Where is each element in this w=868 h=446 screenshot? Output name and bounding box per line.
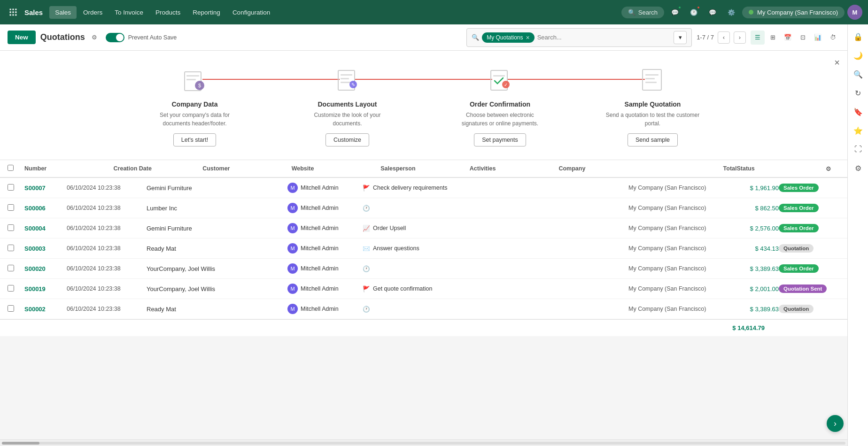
top-navigation: Sales Sales Orders To Invoice Products R…	[0, 0, 868, 24]
col-header-activities[interactable]: Activities	[470, 165, 559, 172]
settings-button[interactable]: ⚙️	[723, 4, 739, 20]
graph-view-button[interactable]: 📊	[811, 31, 825, 45]
table-row[interactable]: S00006 06/10/2024 10:23:38 Lumber Inc M …	[0, 198, 847, 218]
svg-text:✓: ✓	[504, 82, 508, 87]
refresh-button[interactable]: ↻	[850, 85, 867, 101]
status-badge-5: Quotation Sent	[779, 285, 827, 293]
step-3-button[interactable]: Set payments	[474, 133, 526, 146]
col-header-date[interactable]: Creation Date	[114, 165, 203, 172]
col-header-settings[interactable]: ⚙	[826, 165, 840, 172]
svg-rect-2	[186, 79, 196, 80]
row-checkbox-2[interactable]	[8, 224, 14, 231]
table-row[interactable]: S00007 06/10/2024 10:23:38 Gemini Furnit…	[0, 178, 847, 198]
expand-button[interactable]: ⛶	[850, 141, 867, 158]
row-checkbox-1[interactable]	[8, 204, 14, 211]
row-salesperson-0: M Mitchell Admin	[287, 183, 363, 193]
row-checkbox-0[interactable]	[8, 184, 14, 191]
activity-view-button[interactable]: ⏱	[826, 31, 840, 45]
activity-icon-5: 🚩	[363, 285, 370, 292]
clock-button[interactable]: 🕐	[686, 4, 702, 20]
toggle-switch[interactable]	[106, 33, 124, 42]
chat-button[interactable]: 💬	[667, 4, 683, 20]
row-checkbox-5[interactable]	[8, 285, 14, 292]
page-settings-icon[interactable]: ⚙	[92, 34, 97, 41]
toggle-knob	[116, 34, 124, 41]
onboarding-close-button[interactable]: ×	[834, 57, 840, 68]
svg-rect-12	[493, 75, 505, 77]
step-4-title: Sample Quotation	[625, 100, 681, 108]
row-checkbox-3[interactable]	[8, 245, 14, 251]
auto-save-toggle[interactable]: Prevent Auto Save	[106, 33, 177, 42]
table-row[interactable]: S00004 06/10/2024 10:23:38 Gemini Furnit…	[0, 218, 847, 238]
col-header-total[interactable]: Total	[648, 165, 737, 172]
row-customer-5: YourCompany, Joel Willis	[147, 285, 240, 292]
menu-item-reporting[interactable]: Reporting	[187, 6, 226, 19]
onboarding-step-documents-layout: ✎ Documents Layout Customize the look of…	[271, 62, 424, 146]
select-all-checkbox[interactable]	[8, 165, 14, 171]
filter-tag-remove[interactable]: ×	[526, 34, 530, 41]
step-1-button[interactable]: Let's start!	[173, 133, 216, 146]
row-activities-6: 🕐	[363, 306, 628, 313]
row-checkbox-4[interactable]	[8, 265, 14, 271]
config-button[interactable]: ⚙	[850, 160, 867, 177]
menu-item-to-invoice[interactable]: To Invoice	[109, 6, 149, 19]
table-row[interactable]: S00003 06/10/2024 10:23:38 Ready Mat M M…	[0, 238, 847, 259]
activity-icon-6: 🕐	[363, 306, 370, 313]
toggle-label: Prevent Auto Save	[128, 34, 177, 41]
lock-button[interactable]: 🔒	[850, 28, 867, 45]
documents-layout-icon: ✎	[331, 62, 364, 96]
activity-icon-4: 🕐	[363, 265, 370, 272]
menu-item-orders[interactable]: Orders	[78, 6, 108, 19]
message-button[interactable]: 💬	[705, 4, 721, 20]
new-button[interactable]: New	[8, 31, 36, 44]
col-header-company[interactable]: Company	[558, 165, 648, 172]
status-badge-0: Sales Order	[779, 184, 819, 192]
row-number-6: S00002	[24, 306, 67, 313]
pager-next-button[interactable]: ›	[734, 31, 746, 44]
favorite-button[interactable]: ⭐	[850, 122, 867, 139]
svg-rect-7	[341, 78, 349, 79]
app-name: Sales	[24, 8, 43, 16]
step-3-desc: Choose between electronic signatures or …	[453, 111, 547, 128]
menu-item-products[interactable]: Products	[150, 6, 186, 19]
row-checkbox-6[interactable]	[8, 305, 14, 312]
filter-tag-my-quotations[interactable]: My Quotations ×	[482, 32, 535, 43]
dark-mode-button[interactable]: 🌙	[850, 47, 867, 64]
bookmark-button[interactable]: 🔖	[850, 103, 867, 120]
row-status-4: Sales Order	[779, 264, 840, 273]
status-badge-1: Sales Order	[779, 204, 819, 212]
col-header-customer[interactable]: Customer	[202, 165, 292, 172]
calendar-view-button[interactable]: 📅	[781, 31, 795, 45]
menu-item-configuration[interactable]: Configuration	[227, 6, 276, 19]
table-row[interactable]: S00019 06/10/2024 10:23:38 YourCompany, …	[0, 279, 847, 299]
apps-grid-icon[interactable]	[6, 5, 21, 20]
col-header-status[interactable]: Status	[737, 165, 826, 172]
pager-prev-button[interactable]: ‹	[718, 31, 730, 44]
row-company-0: My Company (San Francisco)	[628, 185, 727, 191]
company-selector[interactable]: My Company (San Francisco)	[742, 7, 845, 18]
col-header-salesperson[interactable]: Salesperson	[380, 165, 470, 172]
user-avatar[interactable]: M	[847, 5, 862, 20]
search-button[interactable]: 🔍 Search	[621, 7, 664, 18]
top-menu: Sales Orders To Invoice Products Reporti…	[49, 6, 620, 19]
order-confirmation-icon: ✓	[483, 62, 517, 96]
row-activities-3: ✉️ Answer questions	[363, 245, 628, 252]
table-row[interactable]: S00002 06/10/2024 10:23:38 Ready Mat M M…	[0, 299, 847, 319]
zoom-button[interactable]: 🔍	[850, 66, 867, 83]
col-header-website[interactable]: Website	[292, 165, 381, 172]
row-status-5: Quotation Sent	[779, 285, 840, 293]
list-view-button[interactable]: ☰	[751, 31, 765, 45]
onboarding-steps: $ Company Data Set your company's data f…	[118, 62, 729, 146]
row-activities-1: 🕐	[363, 205, 628, 212]
step-4-button[interactable]: Send sample	[628, 133, 678, 146]
pivot-view-button[interactable]: ⊡	[796, 31, 810, 45]
step-2-button[interactable]: Customize	[326, 133, 369, 146]
menu-item-sales[interactable]: Sales	[49, 6, 77, 19]
row-number-1: S00006	[24, 205, 67, 212]
salesperson-avatar-1: M	[287, 203, 298, 213]
search-input[interactable]	[537, 34, 671, 41]
table-row[interactable]: S00020 06/10/2024 10:23:38 YourCompany, …	[0, 259, 847, 279]
col-header-number[interactable]: Number	[24, 165, 114, 172]
kanban-view-button[interactable]: ⊞	[766, 31, 780, 45]
search-dropdown-button[interactable]: ▾	[674, 31, 687, 44]
